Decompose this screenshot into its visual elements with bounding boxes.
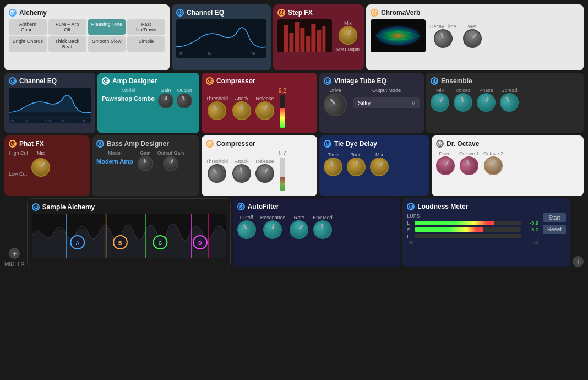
autofilter-resonance-knob[interactable] bbox=[262, 219, 284, 240]
channel-eq-r2-power[interactable]: ⏻ bbox=[9, 77, 17, 85]
autofilter-power[interactable]: ⏻ bbox=[237, 203, 245, 210]
phat-fx-mix: Mix bbox=[31, 150, 50, 177]
loudness-l-row: L -5.9 bbox=[407, 220, 538, 226]
bass-amp-output-knob[interactable] bbox=[160, 153, 181, 174]
loudness-meter-content: LUFS L -5.9 S -5.0 bbox=[407, 213, 566, 245]
tie-dye-tone-label: Tone bbox=[351, 152, 362, 158]
chroma-verb-wet-knob[interactable] bbox=[459, 25, 486, 52]
channel-eq-r1-power[interactable]: ⏻ bbox=[176, 9, 184, 17]
compressor-r2-release-knob[interactable] bbox=[253, 99, 277, 123]
phat-fx-mix-knob[interactable] bbox=[28, 154, 54, 181]
bass-amp-model-value[interactable]: Modern Amp bbox=[96, 158, 133, 165]
compressor-r2-threshold-knob[interactable] bbox=[204, 97, 230, 123]
ensemble-phase-group: Phase bbox=[477, 88, 496, 112]
alchemy-power[interactable]: ⏻ bbox=[9, 9, 17, 17]
compressor-r2-power[interactable]: ⏻ bbox=[206, 77, 214, 85]
preset-pleasing[interactable]: Pleasing Tone bbox=[88, 19, 126, 35]
vintage-tube-drive-knob[interactable] bbox=[319, 88, 352, 121]
sample-alchemy-power[interactable]: ⏻ bbox=[32, 203, 40, 211]
channel-eq-r2-title: Channel EQ bbox=[19, 77, 57, 85]
preset-anthem[interactable]: Anthem Chord bbox=[9, 19, 47, 35]
compressor-r3-power[interactable]: ⏻ bbox=[206, 140, 214, 148]
add-right-button[interactable]: + bbox=[573, 256, 584, 267]
sample-alchemy-waveform: A B C D bbox=[32, 214, 226, 258]
dr-octave-direct-knob[interactable] bbox=[433, 153, 458, 178]
bass-amp-gain-group: Gain bbox=[138, 150, 153, 171]
ensemble-phase-knob[interactable] bbox=[474, 90, 498, 115]
tie-dye-power[interactable]: ⏻ bbox=[324, 140, 331, 148]
chroma-verb-title: ChromaVerb bbox=[381, 9, 420, 17]
autofilter-envmod-group: Env Mod bbox=[313, 215, 333, 239]
phat-fx-header: ⏻ Phat FX bbox=[9, 140, 85, 148]
loudness-l-bar-fill bbox=[415, 221, 494, 225]
autofilter-envmod-knob[interactable] bbox=[312, 219, 333, 240]
preset-pure[interactable]: Pure – Arp Off bbox=[48, 19, 86, 35]
step-fx-mix-knob[interactable] bbox=[335, 22, 361, 47]
compressor-r3-release-label: Release bbox=[256, 159, 274, 164]
autofilter-rate-knob[interactable] bbox=[286, 216, 312, 243]
bass-amp-content: Model Modern Amp Gain Output Gain bbox=[96, 150, 195, 171]
dr-octave-oct1-knob[interactable] bbox=[457, 154, 481, 178]
tie-dye-header: ⏻ Tie Dye Delay bbox=[324, 140, 425, 148]
ensemble-card: ⏻ Ensemble Mix Voices Phase Spread bbox=[426, 73, 584, 133]
tie-dye-card: ⏻ Tie Dye Delay Time Tone Mix bbox=[319, 135, 429, 196]
loudness-s-bar-bg bbox=[415, 227, 521, 232]
compressor-r2-threshold-label: Threshold bbox=[206, 96, 228, 101]
loudness-reset-button[interactable]: Reset bbox=[543, 225, 566, 234]
autofilter-resonance-group: Resonance bbox=[260, 215, 286, 239]
compressor-r3-release-knob[interactable] bbox=[252, 160, 277, 186]
vintage-tube-eq-header: ⏻ Vintage Tube EQ bbox=[324, 77, 420, 85]
amp-designer-output-knob[interactable] bbox=[175, 91, 194, 111]
loudness-meter-power[interactable]: ⏻ bbox=[407, 203, 415, 210]
loudness-start-button[interactable]: Start bbox=[543, 213, 566, 222]
dr-octave-oct2-knob[interactable] bbox=[482, 154, 505, 177]
channel-eq-r1-header: ⏻ Channel EQ bbox=[176, 9, 266, 17]
tie-dye-mix-knob[interactable] bbox=[366, 154, 392, 180]
autofilter-cutoff-knob[interactable] bbox=[233, 217, 259, 242]
chroma-verb-decay-knob[interactable] bbox=[431, 26, 455, 51]
phat-fx-power[interactable]: ⏻ bbox=[9, 140, 17, 148]
ensemble-power[interactable]: ⏻ bbox=[431, 77, 438, 85]
compressor-r2-value: 9.2 bbox=[279, 88, 286, 94]
chroma-verb-power[interactable]: ⏻ bbox=[371, 9, 378, 17]
amp-designer-gain-knob[interactable] bbox=[157, 92, 175, 110]
preset-fast[interactable]: Fast Up/Down bbox=[127, 19, 165, 35]
svg-text:500: 500 bbox=[45, 119, 51, 123]
vintage-tube-mode-value[interactable]: Silky ▽ bbox=[353, 97, 420, 108]
svg-text:20: 20 bbox=[179, 52, 183, 56]
tie-dye-time-knob[interactable] bbox=[321, 155, 345, 179]
ensemble-voices-knob[interactable] bbox=[452, 91, 473, 113]
preset-smooth[interactable]: Smooth Slow bbox=[88, 36, 126, 52]
amp-designer-title: Amp Designer bbox=[112, 77, 157, 85]
phat-fx-mix-label: Mix bbox=[37, 150, 45, 156]
ensemble-voices-group: Voices bbox=[454, 88, 472, 112]
ensemble-spread-knob[interactable] bbox=[497, 90, 522, 115]
dr-octave-header: ⏻ Dr. Octave bbox=[436, 140, 579, 148]
compressor-r3-attack-knob[interactable] bbox=[231, 162, 252, 184]
ensemble-mix-label: Mix bbox=[436, 88, 444, 93]
channel-eq-r1-title: Channel EQ bbox=[187, 9, 224, 17]
bass-amp-gain-knob[interactable] bbox=[137, 155, 154, 172]
amp-designer-power[interactable]: ⏻ bbox=[102, 77, 110, 85]
compressor-r2-card: ⏻ Compressor Threshold Attack Release 9.… bbox=[202, 73, 317, 133]
step-fx-depth-label: StM1 Depth bbox=[336, 47, 360, 52]
bass-amp-header: ⏻ Bass Amp Designer bbox=[96, 140, 195, 148]
bass-amp-power[interactable]: ⏻ bbox=[96, 140, 104, 148]
dr-octave-power[interactable]: ⏻ bbox=[436, 140, 444, 148]
compressor-r3-threshold-knob[interactable] bbox=[204, 160, 230, 187]
ensemble-mix-knob[interactable] bbox=[427, 90, 453, 115]
tie-dye-tone-knob[interactable] bbox=[345, 156, 367, 177]
compressor-r2-attack-knob[interactable] bbox=[232, 101, 251, 120]
compressor-r2-release-group: Release bbox=[255, 96, 274, 120]
step-fx-power[interactable]: ⏻ bbox=[277, 9, 285, 17]
alchemy-card: ⏻ Alchemy Anthem Chord Pure – Arp Off Pl… bbox=[4, 4, 170, 70]
preset-bright[interactable]: Bright Chords bbox=[9, 36, 47, 52]
dr-octave-oct1-label: Octave 1 bbox=[459, 151, 479, 156]
compressor-r3-release-group: Release bbox=[255, 159, 274, 183]
add-left-button[interactable]: + bbox=[9, 248, 20, 259]
vintage-tube-eq-power[interactable]: ⏻ bbox=[324, 77, 331, 85]
preset-thick[interactable]: Thick Back Beat bbox=[48, 36, 86, 52]
amp-designer-model-value[interactable]: Pawnshop Combo bbox=[102, 95, 155, 102]
preset-simple[interactable]: Simple bbox=[127, 36, 165, 52]
compressor-r3-title: Compressor bbox=[216, 140, 255, 148]
